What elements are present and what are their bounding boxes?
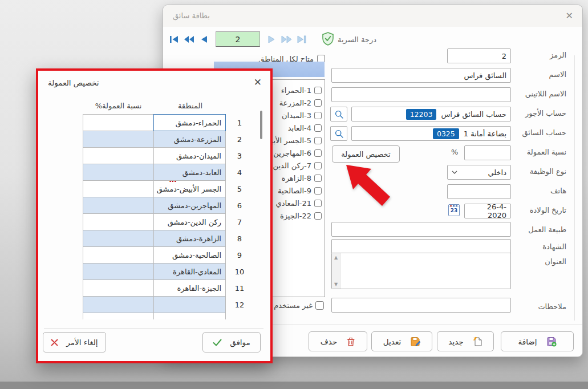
region-checkbox[interactable] [314,200,322,207]
certificate-input[interactable] [331,239,511,254]
close-icon[interactable]: ✕ [254,76,262,88]
last-record-button[interactable] [296,32,307,47]
row-region-text: الزاهرة-دمشق [176,234,221,243]
close-icon[interactable]: ✕ [566,10,573,22]
scroll-up-icon[interactable]: ▲ [334,255,338,260]
row-region-cell[interactable]: ركن الدين-دمشق [153,213,226,230]
new-page-icon [473,337,482,347]
row-region-cell[interactable] [153,313,226,319]
commission-cell[interactable] [83,230,154,247]
commission-cell[interactable] [83,279,154,297]
row-number: 3 [226,147,253,164]
notes-input[interactable] [331,298,511,313]
add-button[interactable]: إضافة [501,331,574,351]
titlebar [163,5,582,27]
commission-input[interactable] [464,145,511,160]
record-navigator: 2 [169,31,307,47]
region-checkbox[interactable] [314,212,322,220]
record-number-input[interactable]: 2 [216,31,260,47]
table-row: المزرعة-دمشق 2 [83,131,254,148]
job-type-select[interactable]: داخلي [447,165,511,180]
row-region-cell[interactable]: الجيزة-القاهرة [153,279,226,297]
unused-checkbox[interactable] [315,301,324,310]
row-region-cell[interactable]: المزرعة-دمشق [153,131,226,148]
assign-commission-button[interactable]: تخصيص العمولة [332,145,400,163]
calendar-icon[interactable]: 23 [448,204,460,216]
row-region-cell[interactable]: المعادي-القاهرة [153,263,226,280]
cancel-button[interactable]: إلغاء الأمر [43,332,106,352]
row-region-text: المهاجرين-دمشق [168,201,221,210]
region-checkbox[interactable] [314,187,322,195]
region-checkbox[interactable] [314,175,322,182]
scroll-down-icon[interactable]: ▼ [334,282,338,287]
wages-account-search-button[interactable] [330,107,347,121]
window-title: بطاقة سائق [173,11,210,20]
region-label: 2-المزرعة [279,99,311,107]
region-checkbox[interactable] [314,149,322,157]
wages-account-input[interactable]: حساب السائق فراس 12203 [351,107,511,121]
address-scrollbar[interactable]: ▲ ▼ [332,253,340,289]
region-label: 8-الزاهرة [282,174,311,183]
commission-cell[interactable] [83,313,154,319]
region-checkbox[interactable] [314,112,322,119]
ok-button[interactable]: موافق [202,332,261,352]
row-number: 2 [226,131,253,148]
commission-dialog: تخصيص العمولة ✕ نسبة العمولة% المنطقة ال… [36,68,273,363]
commission-cell[interactable] [83,263,154,280]
region-checkbox[interactable] [314,99,322,107]
commission-cell[interactable] [83,296,154,313]
region-checkbox[interactable] [314,137,322,144]
name-input[interactable]: السائق فراس [331,68,511,83]
driver-account-search-button[interactable] [330,126,347,141]
commission-cell[interactable] [83,147,154,164]
code-input[interactable]: 2 [447,48,511,63]
driver-account-input[interactable]: بضاعة أمانة 1 0325 [351,126,511,141]
row-number [226,313,253,319]
row-region-cell[interactable]: الجسر الأبيض-دمشق [153,180,226,197]
region-checkbox[interactable] [314,162,322,169]
phone-input[interactable] [447,184,511,199]
previous-record-button[interactable] [198,32,209,47]
region-column-header: المنطقة [154,102,226,110]
delete-button[interactable]: حذف [309,331,367,351]
new-button[interactable]: جديد [437,331,494,351]
commission-cell[interactable] [83,213,154,230]
row-region-cell[interactable] [153,296,226,313]
next-record-button[interactable] [266,32,277,47]
birth-date-input[interactable]: 26-4-2020 [464,204,511,218]
region-label: 22-الجيزة [280,212,311,220]
row-number: 7 [226,213,253,230]
commission-cell[interactable] [83,114,154,131]
fast-back-button[interactable] [184,32,194,47]
table-row [83,313,254,319]
row-region-cell[interactable]: الميدان-دمشق [153,147,226,164]
row-region-cell[interactable]: العابد-دمشق [153,164,226,181]
row-region-cell[interactable]: المهاجرين-دمشق [153,197,226,214]
edit-button[interactable]: تعديل [371,331,432,351]
region-checkbox[interactable] [314,124,322,132]
first-record-button[interactable] [169,32,180,47]
latin-name-input[interactable] [331,87,511,102]
fast-forward-button[interactable] [281,32,292,47]
region-checkbox[interactable] [314,87,322,94]
work-nature-input[interactable] [331,222,511,237]
unused-checkbox-row[interactable]: غير مستخدم [274,299,324,311]
row-number: 12 [226,296,253,313]
commission-cell[interactable] [83,180,154,197]
row-region-cell[interactable]: الزاهرة-دمشق [153,230,226,247]
row-region-text: المزرعة-دمشق [174,135,221,144]
commission-cell[interactable] [83,197,154,214]
table-row: الصالحية-دمشق 9 [83,246,254,264]
row-region-cell[interactable]: الصالحية-دمشق [153,246,226,264]
row-region-cell[interactable]: الحمراء-دمشق [153,114,226,131]
table-scrollbar-thumb[interactable] [260,111,262,139]
commission-cell[interactable] [83,246,154,264]
row-region-text: المعادي-القاهرة [173,268,221,276]
commission-cell[interactable] [83,131,154,148]
annotation-arrow [338,162,398,210]
commission-cell[interactable] [83,164,154,181]
percent-sign: % [451,148,458,156]
row-number: 9 [226,246,253,264]
address-textarea[interactable]: ▲ ▼ [331,253,511,289]
wages-account-code-badge: 12203 [406,109,437,120]
